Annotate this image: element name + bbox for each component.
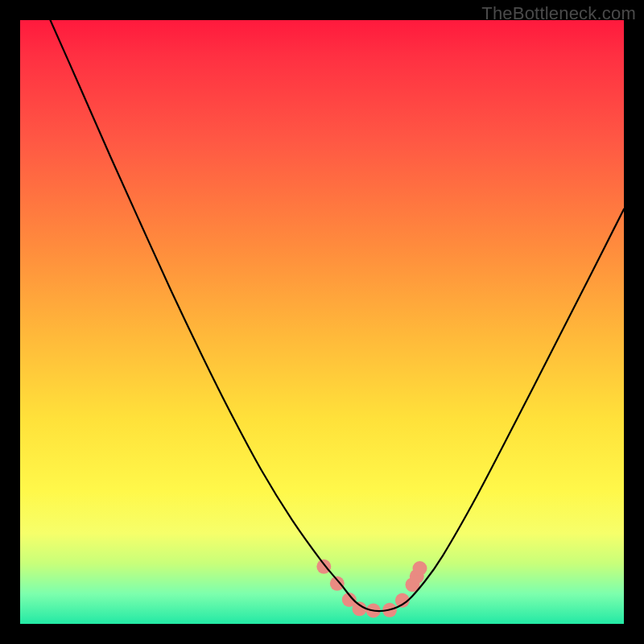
marker-dot <box>395 593 410 608</box>
plot-area <box>20 20 624 624</box>
marker-dots-group <box>316 559 427 618</box>
marker-dot <box>382 603 397 617</box>
marker-dot <box>342 592 357 607</box>
marker-dot <box>316 559 331 574</box>
marker-dot <box>406 577 420 592</box>
chart-frame: TheBottleneck.com <box>0 0 644 644</box>
curve-svg <box>20 20 624 624</box>
marker-dot <box>330 576 345 591</box>
marker-dot <box>410 569 424 584</box>
bottleneck-curve <box>51 20 625 611</box>
marker-dot <box>366 604 381 618</box>
marker-dot <box>353 601 367 616</box>
marker-dot <box>413 561 427 576</box>
